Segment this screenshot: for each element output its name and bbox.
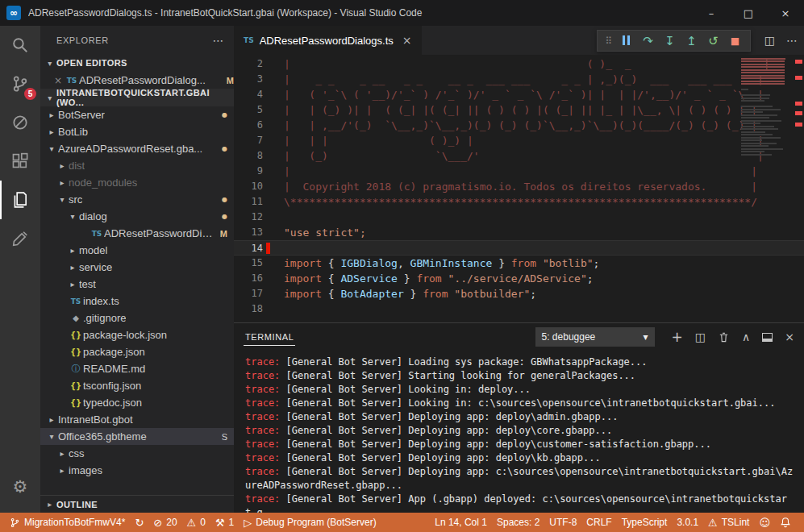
terminal-tab[interactable]: TERMINAL [244, 329, 295, 346]
status-eol[interactable]: CRLF [581, 513, 616, 532]
open-editor-item[interactable]: ×TSADResetPasswordDialog...M [40, 72, 234, 89]
close-button[interactable]: × [767, 0, 804, 26]
tree-item-test[interactable]: ▸test [40, 276, 234, 293]
tree-item-readme-md[interactable]: ⓘREADME.md [40, 360, 234, 377]
open-editors-header[interactable]: ▾ OPEN EDITORS [40, 54, 234, 72]
outline-header[interactable]: ▸ OUTLINE [40, 495, 234, 513]
terminal-output[interactable]: trace: [General Bot Server] Loading sys … [234, 351, 804, 513]
line-text: | | (_) )| | ( (_| |( (_| || ( ) ( ) |( … [263, 102, 757, 118]
tree-item-tsconfig-json[interactable]: {}tsconfig.json [40, 377, 234, 394]
git-status-badge: M [215, 229, 227, 239]
tree-item-label: dialog [79, 210, 107, 222]
status-git-branch[interactable]: MigrationToBotFmwV4* [5, 513, 130, 532]
stop-button[interactable]: ■ [724, 31, 746, 51]
tab-active-file[interactable]: TS ADResetPasswordDialogs.ts × [234, 26, 422, 55]
status-sync[interactable]: ↻ [130, 513, 148, 532]
pause-button[interactable] [615, 31, 637, 51]
tree-item-label: package-lock.json [83, 329, 167, 341]
maximize-button[interactable]: □ [730, 0, 767, 26]
log-level: trace: [245, 356, 280, 368]
extensions-icon[interactable] [0, 142, 40, 181]
step-into-button[interactable]: ↧ [659, 31, 681, 51]
line-number: 15 [234, 256, 263, 271]
restart-button[interactable]: ↺ [702, 31, 724, 51]
more-actions-icon[interactable]: ⋯ [212, 34, 224, 47]
source-control-icon[interactable]: 5 [0, 64, 40, 103]
step-over-button[interactable]: ↷ [637, 31, 659, 51]
editing-icon[interactable] [0, 219, 40, 258]
explorer-icon[interactable] [0, 181, 40, 219]
drag-handle-icon[interactable]: ⠿ [602, 35, 615, 47]
split-terminal-icon[interactable]: ◫ [695, 330, 706, 343]
line-number: 9 [234, 164, 263, 179]
close-panel-icon[interactable]: × [785, 330, 794, 343]
tree-item-botlib[interactable]: ▸BotLib [40, 123, 234, 140]
status-language[interactable]: TypeScript [617, 513, 673, 532]
code-editor[interactable]: 2| ( )_ _ |3| _ _ _ __ _ _ __ _ ___ ___ … [234, 55, 804, 322]
workspace-header[interactable]: ▾ INTRANETBOTQUICKSTART.GBAI (WO... [40, 89, 234, 106]
tree-item-css[interactable]: ▸css [40, 445, 234, 462]
minimap[interactable] [738, 56, 793, 322]
typescript-file-icon: TS [244, 36, 254, 44]
status-notifications[interactable] [775, 513, 796, 532]
git-file-icon: ◆ [69, 314, 83, 322]
chevron-right-icon: ▸ [56, 161, 69, 170]
tree-item-botserver[interactable]: ▸BotServer● [40, 106, 234, 123]
more-actions-icon[interactable]: ⋯ [786, 34, 798, 47]
search-icon[interactable] [0, 26, 40, 64]
status-encoding[interactable]: UTF-8 [544, 513, 581, 532]
status-feedback[interactable]: ☺ [754, 513, 775, 532]
settings-icon[interactable]: ⚙ [0, 468, 40, 506]
log-text: [General Bot Server] Deploying app: depl… [280, 438, 711, 450]
chevron-right-icon: ▸ [66, 280, 79, 289]
tree-item-intranetbot-gbot[interactable]: ▸IntranetBot.gbot [40, 411, 234, 428]
tree-item-src[interactable]: ▾src● [40, 191, 234, 208]
code-line-13: 13"use strict"; [234, 225, 804, 240]
close-editor-icon[interactable]: × [52, 75, 65, 86]
tree-item-label: src [69, 193, 82, 206]
tree-item-azureadpasswordreset-gba[interactable]: ▾AzureADPasswordReset.gba...● [40, 140, 234, 157]
error-mark [795, 111, 802, 115]
terminal-select[interactable]: 5: debuggee ▾ [535, 327, 655, 347]
status-debug-program[interactable]: ▷Debug Program (BotServer) [239, 513, 381, 532]
tree-item-dist[interactable]: ▸dist [40, 157, 234, 174]
tree-item-typedoc-json[interactable]: {}typedoc.json [40, 394, 234, 411]
log-text: [General Bot Server] Deploying app: c:\s… [245, 466, 793, 491]
status-errors[interactable]: ⊘20 [148, 513, 181, 532]
log-level: trace: [245, 411, 280, 422]
tree-item-label: css [69, 447, 85, 459]
tree-item-gitignore[interactable]: ◆.gitignore [40, 310, 234, 326]
tree-item-images[interactable]: ▸images [40, 462, 234, 479]
status-indentation[interactable]: Spaces: 2 [492, 513, 544, 532]
status-tslint[interactable]: ⚠TSLint [703, 513, 754, 532]
log-text: [General Bot Server] Looking in: c:\sour… [280, 397, 775, 409]
tab-close-icon[interactable]: × [402, 34, 412, 47]
step-out-button[interactable]: ↥ [681, 31, 702, 51]
split-editor-icon[interactable]: ◫ [764, 34, 775, 47]
tree-item-label: tsconfig.json [83, 380, 141, 392]
kill-terminal-icon[interactable] [718, 331, 730, 343]
error-mark [795, 123, 802, 127]
tree-item-office365-gbtheme[interactable]: ▾Office365.gbthemeS [40, 428, 234, 445]
status-label: MigrationToBotFmwV4* [24, 517, 125, 528]
tree-item-node-modules[interactable]: ▸node_modules [40, 174, 234, 191]
braces-file-icon: {} [69, 381, 83, 390]
maximize-panel-icon[interactable]: ∧ [742, 330, 750, 343]
window-title: ADResetPasswordDialogs.ts - IntranetBotQ… [28, 7, 693, 19]
tree-item-service[interactable]: ▸service [40, 259, 234, 276]
minimize-button[interactable]: – [693, 0, 730, 26]
tree-item-model[interactable]: ▸model [40, 242, 234, 259]
status-tasks[interactable]: ⚒1 [210, 513, 239, 532]
tree-item-dialog[interactable]: ▾dialog● [40, 208, 234, 225]
tree-item-index-ts[interactable]: TSindex.ts [40, 293, 234, 310]
status-version[interactable]: 3.0.1 [672, 513, 703, 532]
status-warnings[interactable]: ⚠0 [182, 513, 210, 532]
move-panel-icon[interactable] [762, 333, 773, 342]
debug-icon[interactable] [0, 103, 40, 142]
log-level: trace: [245, 397, 280, 409]
status-cursor-position[interactable]: Ln 14, Col 1 [430, 513, 492, 532]
tree-item-package-json[interactable]: {}package.json [40, 343, 234, 360]
new-terminal-icon[interactable]: + [672, 329, 683, 345]
tree-item-adresetpassworddial[interactable]: TSADResetPasswordDial...M [40, 225, 234, 242]
tree-item-package-lock-json[interactable]: {}package-lock.json [40, 326, 234, 343]
